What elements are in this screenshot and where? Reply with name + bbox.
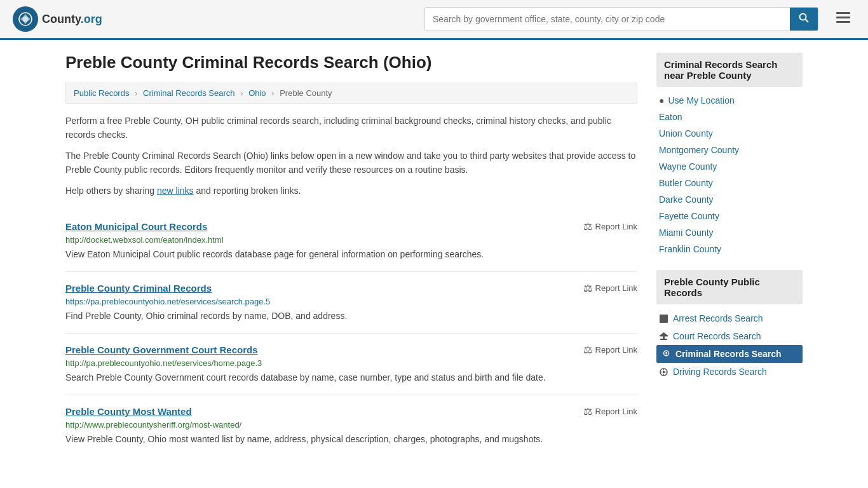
nearby-link-wayne[interactable]: Wayne County: [659, 158, 800, 175]
record-desc-0: View Eaton Municipal Court public record…: [65, 248, 637, 261]
svg-rect-7: [660, 315, 668, 323]
hamburger-icon: [836, 12, 850, 24]
record-url-1[interactable]: https://pa.preblecountyohio.net/eservice…: [65, 297, 637, 306]
svg-rect-13: [665, 352, 667, 354]
svg-rect-10: [660, 336, 668, 337]
breadcrumb-public-records[interactable]: Public Records: [74, 88, 129, 98]
description-2: The Preble County Criminal Records Searc…: [65, 149, 637, 177]
breadcrumb-current: Preble County: [280, 88, 332, 98]
svg-rect-14: [665, 355, 667, 356]
use-my-location-item[interactable]: ● Use My Location: [659, 92, 800, 109]
content-area: Preble County Criminal Records Search (O…: [65, 53, 637, 456]
main-container: Preble County Criminal Records Search (O…: [53, 40, 815, 469]
svg-rect-5: [836, 17, 850, 18]
svg-marker-11: [660, 332, 668, 336]
breadcrumb-ohio[interactable]: Ohio: [248, 88, 266, 98]
description-3: Help others by sharing new links and rep…: [65, 184, 637, 198]
search-icon: [799, 13, 809, 23]
nearby-link-eaton[interactable]: Eaton: [659, 109, 800, 125]
record-title-2[interactable]: Preble County Government Court Records: [65, 344, 258, 355]
nearby-link-butler[interactable]: Butler County: [659, 175, 800, 191]
site-header: County.org: [0, 0, 868, 40]
page-title: Preble County Criminal Records Search (O…: [65, 53, 637, 72]
record-title-1[interactable]: Preble County Criminal Records: [65, 283, 212, 294]
nearby-link-union[interactable]: Union County: [659, 125, 800, 142]
records-list: Eaton Municipal Court Records ⚖ Report L…: [65, 210, 637, 456]
record-header-3: Preble County Most Wanted ⚖ Report Link: [65, 405, 637, 417]
svg-rect-8: [660, 339, 667, 340]
public-records-section: Preble County Public Records Arrest Reco…: [656, 270, 803, 381]
report-link-1[interactable]: ⚖ Report Link: [583, 282, 637, 294]
nearby-links: ● Use My Location Eaton Union County Mon…: [656, 92, 803, 257]
breadcrumb-criminal-records[interactable]: Criminal Records Search: [143, 88, 235, 98]
record-desc-1: Find Preble County, Ohio criminal record…: [65, 309, 637, 323]
report-link-2[interactable]: ⚖ Report Link: [583, 344, 637, 356]
record-url-0[interactable]: http://docket.webxsol.com/eaton/index.ht…: [65, 235, 637, 245]
pr-driving-records[interactable]: Driving Records Search: [656, 363, 803, 381]
nearby-link-montgomery[interactable]: Montgomery County: [659, 142, 800, 158]
record-desc-2: Search Preble County Government court re…: [65, 371, 637, 384]
nearby-section: Criminal Records Search near Preble Coun…: [656, 53, 803, 257]
sidebar: Criminal Records Search near Preble Coun…: [656, 53, 803, 456]
nearby-header: Criminal Records Search near Preble Coun…: [656, 53, 803, 87]
breadcrumb: Public Records › Criminal Records Search…: [65, 83, 637, 104]
logo-text: County.org: [42, 13, 102, 26]
driving-icon: [659, 367, 668, 376]
record-desc-3: View Preble County, Ohio most wanted lis…: [65, 433, 637, 446]
pr-criminal-records[interactable]: Criminal Records Search: [656, 345, 803, 363]
report-link-3[interactable]: ⚖ Report Link: [583, 405, 637, 417]
public-records-links: Arrest Records Search Court Records Sear…: [656, 309, 803, 381]
record-url-3[interactable]: http://www.preblecountysheriff.org/most-…: [65, 420, 637, 430]
nearby-link-franklin[interactable]: Franklin County: [659, 241, 800, 257]
svg-point-16: [662, 370, 665, 373]
criminal-icon: [661, 349, 670, 358]
report-icon-3: ⚖: [583, 405, 592, 417]
nearby-link-miami[interactable]: Miami County: [659, 224, 800, 241]
record-title-3[interactable]: Preble County Most Wanted: [65, 406, 192, 417]
record-item-3: Preble County Most Wanted ⚖ Report Link …: [65, 395, 637, 456]
svg-point-2: [800, 14, 806, 20]
record-item-2: Preble County Government Court Records ⚖…: [65, 334, 637, 395]
arrest-icon: [659, 314, 668, 323]
record-item-0: Eaton Municipal Court Records ⚖ Report L…: [65, 210, 637, 272]
report-icon-0: ⚖: [583, 220, 592, 233]
svg-rect-6: [836, 21, 850, 23]
record-title-0[interactable]: Eaton Municipal Court Records: [65, 221, 207, 232]
use-my-location-link[interactable]: Use My Location: [668, 95, 734, 105]
hamburger-button[interactable]: [831, 8, 855, 30]
search-bar: [424, 7, 818, 31]
nearby-link-fayette[interactable]: Fayette County: [659, 208, 800, 224]
location-icon: ●: [659, 95, 664, 105]
search-button[interactable]: [790, 8, 818, 30]
pr-court-records[interactable]: Court Records Search: [656, 327, 803, 345]
svg-rect-4: [836, 12, 850, 14]
pr-arrest-records[interactable]: Arrest Records Search: [656, 309, 803, 327]
site-logo[interactable]: County.org: [13, 6, 102, 32]
nearby-link-darke[interactable]: Darke County: [659, 191, 800, 208]
logo-icon: [13, 6, 38, 32]
svg-line-3: [806, 20, 809, 23]
description-1: Perform a free Preble County, OH public …: [65, 114, 637, 142]
report-link-0[interactable]: ⚖ Report Link: [583, 220, 637, 233]
court-icon: [659, 332, 668, 341]
record-item-1: Preble County Criminal Records ⚖ Report …: [65, 272, 637, 334]
record-header-1: Preble County Criminal Records ⚖ Report …: [65, 282, 637, 294]
record-header-0: Eaton Municipal Court Records ⚖ Report L…: [65, 220, 637, 233]
report-icon-1: ⚖: [583, 282, 592, 294]
record-url-2[interactable]: http://pa.preblecountyohio.net/eservices…: [65, 358, 637, 368]
search-input[interactable]: [425, 8, 790, 30]
new-links-link[interactable]: new links: [157, 186, 194, 196]
public-records-header: Preble County Public Records: [656, 270, 803, 304]
record-header-2: Preble County Government Court Records ⚖…: [65, 344, 637, 356]
report-icon-2: ⚖: [583, 344, 592, 356]
